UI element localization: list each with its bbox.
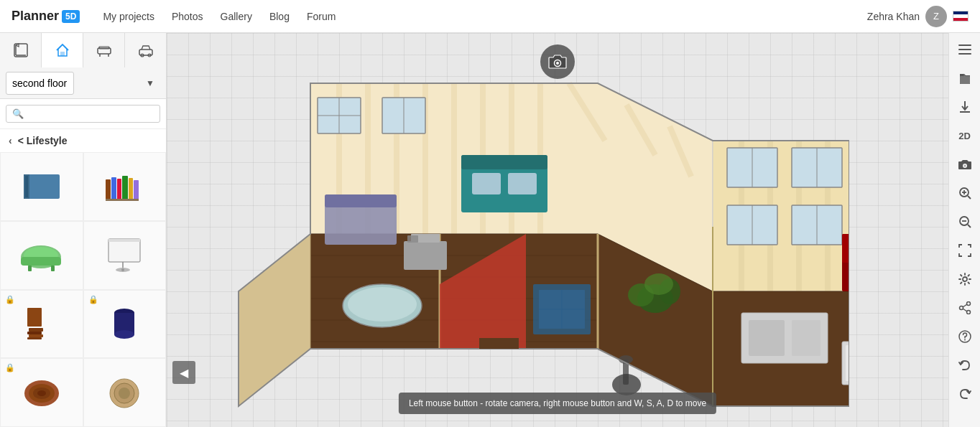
svg-point-138	[966, 302, 970, 306]
nav-photos[interactable]: Photos	[172, 11, 203, 22]
toolbar-new-project[interactable]	[0, 33, 42, 67]
floor-dropdown-wrapper: first floor second floor third floor ▼	[6, 72, 160, 95]
nav-gallery[interactable]: Gallery	[221, 11, 252, 22]
car-icon	[138, 42, 154, 58]
fullscreen-button[interactable]	[951, 237, 979, 264]
files-button[interactable]	[951, 65, 979, 92]
floor-dropdown-arrow-icon: ▼	[146, 78, 154, 88]
svg-rect-123	[958, 49, 971, 50]
home-icon	[55, 42, 70, 58]
toolbar-row	[0, 33, 166, 67]
lock-badge-icon: 🔒	[88, 295, 98, 304]
svg-marker-70	[239, 234, 310, 406]
2d-label: 2D	[958, 131, 971, 141]
svg-rect-18	[106, 199, 139, 201]
list-item[interactable]	[83, 358, 167, 427]
item-image-book	[17, 165, 67, 208]
nav-my-projects[interactable]: My projects	[103, 11, 154, 22]
lock-badge-icon: 🔒	[5, 363, 15, 372]
svg-rect-90	[508, 173, 537, 194]
svg-rect-121	[407, 235, 418, 243]
download-icon	[959, 100, 971, 113]
list-item[interactable]	[83, 152, 167, 221]
undo-button[interactable]	[951, 352, 979, 379]
svg-point-129	[963, 165, 966, 167]
floor-selector-row: first floor second floor third floor ▼	[0, 67, 166, 99]
snapshot-icon	[958, 159, 971, 170]
floor-select[interactable]: first floor second floor third floor	[6, 72, 74, 95]
share-icon	[958, 301, 971, 314]
svg-rect-111	[792, 320, 820, 356]
svg-rect-122	[958, 44, 971, 46]
logo-text: Planner	[11, 9, 59, 24]
list-item[interactable]	[0, 221, 83, 290]
help-icon	[958, 330, 971, 343]
menu-button[interactable]	[951, 36, 979, 63]
svg-point-28	[121, 268, 124, 271]
list-item[interactable]: 🔒	[0, 358, 83, 427]
fullscreen-icon	[958, 244, 971, 257]
list-item[interactable]: 🔒	[83, 290, 167, 359]
search-icon: 🔍	[12, 108, 24, 119]
zoom-out-button[interactable]	[951, 208, 979, 235]
toolbar-furniture[interactable]	[83, 33, 125, 67]
svg-rect-16	[129, 178, 133, 200]
svg-rect-24	[108, 239, 140, 262]
menu-icon	[958, 44, 971, 55]
svg-rect-1	[60, 52, 65, 56]
category-header[interactable]: ‹ < Lifestyle	[0, 129, 166, 152]
help-button[interactable]	[951, 323, 979, 350]
main-layout: first floor second floor third floor ▼ 🔍…	[0, 33, 980, 427]
svg-point-43	[119, 388, 130, 399]
item-image-cylinder	[99, 302, 149, 345]
svg-point-105	[644, 273, 673, 295]
svg-point-45	[556, 62, 559, 65]
search-input[interactable]	[28, 108, 154, 119]
list-item[interactable]: 🔒	[0, 290, 83, 359]
language-flag-icon[interactable]	[953, 11, 969, 22]
camera-screenshot-button[interactable]	[540, 44, 575, 79]
settings-icon	[958, 273, 971, 286]
logo[interactable]: Planner 5D	[11, 9, 80, 24]
back-arrow-icon: ‹	[9, 135, 12, 146]
share-button[interactable]	[951, 294, 979, 322]
snapshot-button[interactable]	[951, 151, 979, 178]
svg-line-131	[968, 196, 971, 199]
item-image-rug	[17, 371, 67, 414]
items-grid: 🔒 🔒	[0, 152, 166, 427]
zoom-in-button[interactable]	[951, 179, 979, 207]
item-image-whiteboard	[99, 234, 149, 277]
svg-line-142	[963, 309, 967, 311]
svg-line-135	[968, 225, 971, 227]
svg-rect-32	[29, 334, 43, 337]
svg-rect-25	[108, 239, 140, 242]
svg-point-139	[966, 311, 970, 314]
svg-rect-29	[27, 308, 42, 327]
toolbar-home[interactable]	[42, 33, 83, 67]
svg-rect-30	[29, 328, 43, 332]
2d-toggle-button[interactable]: 2D	[951, 122, 979, 149]
nav-previous-button[interactable]: ◀	[172, 361, 195, 384]
download-button[interactable]	[951, 93, 979, 121]
search-row: 🔍	[0, 99, 166, 129]
zoom-in-icon	[958, 187, 971, 200]
user-avatar[interactable]: Z	[925, 6, 947, 27]
top-nav: Planner 5D My projects Photos Gallery Bl…	[0, 0, 980, 33]
item-image-item8	[99, 371, 149, 414]
nav-forum[interactable]: Forum	[307, 11, 336, 22]
redo-icon	[958, 388, 971, 400]
nav-blog[interactable]: Blog	[269, 11, 290, 22]
svg-point-36	[114, 330, 134, 339]
svg-rect-17	[134, 180, 139, 200]
list-item[interactable]	[0, 152, 83, 221]
toolbar-car[interactable]	[125, 33, 166, 67]
center-canvas[interactable]: ◀ Left mouse button - rotate camera, rig…	[167, 33, 948, 427]
lock-badge-icon: 🔒	[5, 295, 15, 304]
settings-button[interactable]	[951, 266, 979, 293]
svg-rect-11	[25, 176, 28, 197]
svg-rect-89	[472, 173, 501, 194]
list-item[interactable]	[83, 221, 167, 290]
redo-button[interactable]	[951, 380, 979, 408]
user-info: Zehra Khan Z	[867, 6, 969, 27]
user-name: Zehra Khan	[867, 11, 920, 22]
